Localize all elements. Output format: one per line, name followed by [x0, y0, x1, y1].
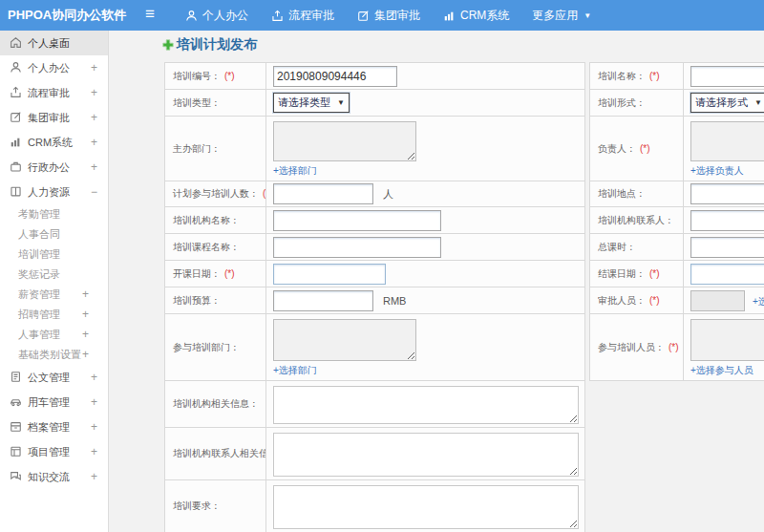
form-row: 结课日期：(*) — [590, 261, 764, 287]
expand-icon[interactable]: + — [91, 80, 97, 105]
field-label: 培训预算： — [173, 295, 221, 306]
required-mark: (*) — [224, 71, 235, 81]
participants-textarea[interactable] — [690, 319, 764, 361]
form-row: 主办部门： +选择部门 — [165, 117, 585, 181]
upload-icon — [10, 82, 22, 107]
unit-suffix: 人 — [383, 188, 393, 200]
budget-input[interactable] — [273, 290, 373, 311]
select-approver-link[interactable]: +选择审批人员 — [753, 295, 764, 309]
home-icon — [10, 32, 22, 57]
approver-input[interactable] — [690, 290, 745, 311]
start-date-input[interactable] — [273, 264, 386, 285]
nav-item-workflow-approval[interactable]: 流程审批 — [260, 0, 346, 31]
sidebar-item-label: 行政办公 — [28, 161, 70, 173]
sidebar-item-label: 集团审批 — [28, 112, 70, 123]
training-name-input[interactable] — [690, 66, 764, 87]
expand-icon[interactable]: + — [82, 325, 89, 345]
expand-icon[interactable]: + — [91, 390, 97, 415]
sidebar-item-label: 个人桌面 — [28, 37, 70, 49]
select-dept-link[interactable]: +选择部门 — [273, 164, 317, 178]
required-mark: (*) — [668, 342, 679, 352]
expand-icon[interactable]: + — [91, 105, 97, 130]
nav-item-more-apps[interactable]: 更多应用▼ — [520, 0, 603, 31]
training-form-left: 培训编号：(*) 培训类型： 请选择类型 ▼ 主办部门： +选择部门 计划参与培… — [164, 62, 585, 532]
sidebar-item-attendance-mgmt[interactable]: 考勤管理 — [0, 204, 108, 224]
training-mode-select[interactable]: 请选择形式 ▼ — [690, 93, 764, 113]
field-label: 培训机构联系人相关信息： — [173, 448, 266, 458]
book-icon — [10, 181, 22, 206]
sidebar-item-hr-contract[interactable]: 人事合同 — [0, 224, 108, 245]
expand-icon[interactable]: + — [91, 415, 97, 439]
sidebar-item-personal-desktop[interactable]: 个人桌面 — [0, 31, 108, 55]
form-row: 培训机构联系人： — [590, 207, 764, 234]
sidebar-item-admin-office[interactable]: 行政办公+ — [0, 155, 108, 180]
sidebar-item-workflow-approval[interactable]: 流程审批+ — [0, 80, 108, 105]
field-label: 开课日期： — [173, 268, 221, 279]
place-input[interactable] — [690, 183, 764, 204]
sidebar-item-base-category-settings[interactable]: 基础类别设置+ — [0, 345, 108, 365]
sidebar-item-archive-mgmt[interactable]: 档案管理+ — [0, 415, 108, 439]
select-participants-link[interactable]: +选择参与人员 — [690, 364, 753, 377]
org-contact-input[interactable] — [690, 210, 764, 231]
nav-item-personal-office[interactable]: 个人办公 — [174, 0, 260, 31]
nav-item-label: 个人办公 — [202, 8, 248, 24]
field-label: 参与培训人员： — [598, 342, 665, 352]
join-dept-textarea[interactable] — [273, 319, 416, 361]
expand-icon[interactable]: + — [82, 305, 89, 325]
expand-icon[interactable]: + — [91, 439, 97, 464]
form-row: 开课日期：(*) — [165, 261, 585, 287]
sidebar-item-crm-system[interactable]: CRM系统+ — [0, 130, 108, 155]
expand-icon[interactable]: + — [91, 464, 97, 489]
total-hours-input[interactable] — [690, 237, 764, 258]
org-contact-info-textarea[interactable] — [273, 433, 579, 477]
sidebar-item-label: 用车管理 — [28, 396, 70, 408]
org-name-input[interactable] — [273, 210, 441, 231]
sidebar-item-project-mgmt[interactable]: 项目管理+ — [0, 439, 108, 464]
expand-icon[interactable]: + — [82, 285, 89, 305]
nav-item-group-approval[interactable]: 集团审批 — [346, 0, 432, 31]
user-icon — [10, 57, 22, 82]
sidebar-item-recruit-mgmt[interactable]: 招聘管理+ — [0, 305, 108, 325]
training-no-input[interactable] — [273, 66, 397, 87]
field-label: 培训课程名称： — [173, 242, 240, 252]
sidebar-item-training-mgmt[interactable]: 培训管理 — [0, 245, 108, 265]
sidebar-item-reward-records[interactable]: 奖惩记录 — [0, 265, 108, 285]
org-info-textarea[interactable] — [273, 386, 579, 424]
required-mark: (*) — [224, 268, 235, 279]
chat-icon — [10, 466, 22, 491]
collapse-icon[interactable]: − — [91, 180, 97, 204]
sidebar-item-label: 考勤管理 — [18, 208, 60, 220]
hamburger-icon[interactable]: ≡ — [145, 0, 155, 31]
sidebar-item-vehicle-mgmt[interactable]: 用车管理+ — [0, 390, 108, 415]
leader-textarea[interactable] — [690, 121, 764, 161]
expand-icon[interactable]: + — [91, 365, 97, 390]
page-title-text: 培训计划发布 — [177, 36, 257, 53]
expand-icon[interactable]: + — [91, 130, 97, 155]
sidebar-item-group-approval[interactable]: 集团审批+ — [0, 105, 108, 130]
training-type-select[interactable]: 请选择类型 ▼ — [273, 93, 350, 113]
form-row: 培训预算： RMB — [165, 287, 585, 314]
sidebar-item-document-mgmt[interactable]: 公文管理+ — [0, 365, 108, 390]
nav-item-crm-system[interactable]: CRM系统 — [432, 0, 520, 31]
sidebar-item-label: 项目管理 — [28, 446, 70, 458]
nav-item-label: CRM系统 — [460, 8, 509, 24]
sidebar-item-personnel-mgmt[interactable]: 人事管理+ — [0, 325, 108, 345]
select-dept-link[interactable]: +选择部门 — [273, 364, 317, 377]
expand-icon[interactable]: + — [82, 345, 89, 365]
expand-icon[interactable]: + — [91, 155, 97, 180]
select-leader-link[interactable]: +选择负责人 — [690, 164, 744, 178]
expand-icon[interactable]: + — [91, 55, 97, 80]
sidebar-item-knowledge-exchange[interactable]: 知识交流+ — [0, 464, 108, 489]
sidebar-item-human-resources[interactable]: 人力资源− — [0, 180, 108, 204]
edit-icon — [10, 107, 22, 132]
sidebar-item-personal-office[interactable]: 个人办公+ — [0, 55, 108, 80]
edit-icon — [357, 10, 370, 22]
select-value: 请选择类型 — [278, 96, 330, 110]
host-dept-textarea[interactable] — [273, 121, 416, 161]
end-date-input[interactable] — [690, 264, 764, 285]
planned-count-input[interactable] — [273, 183, 373, 204]
course-name-input[interactable] — [273, 237, 441, 258]
sidebar-item-salary-mgmt[interactable]: 薪资管理+ — [0, 285, 108, 305]
requirement-textarea[interactable] — [273, 485, 579, 529]
app-logo: PHPOA协同办公软件 — [8, 0, 126, 31]
